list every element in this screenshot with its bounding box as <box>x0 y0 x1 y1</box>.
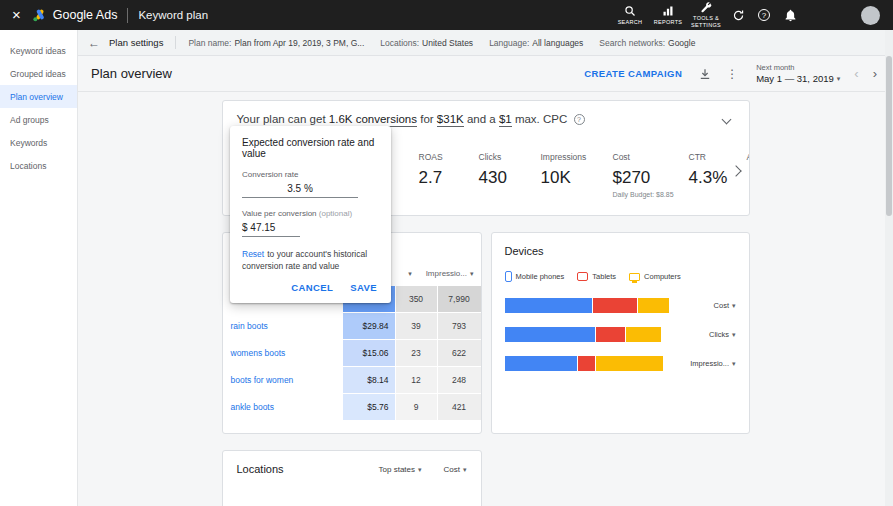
tablet-icon <box>577 272 588 281</box>
sidebar-item-keywords[interactable]: Keywords <box>0 131 77 154</box>
optional-text: (optional) <box>319 209 352 218</box>
bar-segment-tablet <box>593 298 637 313</box>
clicks-cell: 9 <box>396 394 437 420</box>
locations-title: Locations <box>237 463 284 475</box>
bar-metric-label: Cost <box>714 301 729 310</box>
bar-metric-dropdown-impressions[interactable]: Impressio... ▾ <box>690 359 735 368</box>
dialog-title: Expected conversion rate and value <box>242 137 379 159</box>
impressions-cell: 622 <box>438 340 481 366</box>
keyword-link[interactable]: womens boots <box>223 340 342 366</box>
table-row[interactable]: ankle boots $5.76 9 421 <box>223 394 481 420</box>
cost-value[interactable]: $31K <box>437 113 464 127</box>
sort-caret-icon[interactable]: ▾ <box>408 270 412 278</box>
value-per-conversion-input[interactable]: $ 47.15 <box>242 218 300 237</box>
metric-clipped: A <box>747 152 750 168</box>
bar-metric-label: Clicks <box>709 330 729 339</box>
scrollbar-thumb[interactable] <box>886 56 892 216</box>
bar-metric-dropdown-clicks[interactable]: Clicks ▾ <box>709 330 736 339</box>
computer-icon <box>629 273 640 281</box>
bar-segment-mobile <box>505 298 592 313</box>
caret-down-icon: ▾ <box>732 331 736 339</box>
table-row[interactable]: boots for women $8.14 12 248 <box>223 367 481 393</box>
clicks-cell: 39 <box>396 313 437 339</box>
conversion-rate-label: Conversion rate <box>242 170 379 179</box>
dialog-actions: CANCEL SAVE <box>242 282 379 293</box>
tools-settings-button[interactable]: TOOLS & SETTINGS <box>687 1 725 29</box>
notifications-bell-icon[interactable] <box>777 9 803 22</box>
reset-link[interactable]: Reset <box>242 249 264 259</box>
refresh-icon[interactable] <box>725 9 751 22</box>
metric-impressions: Impressions 10K <box>541 152 613 188</box>
more-options-icon[interactable]: ⋮ <box>726 67 738 81</box>
keyword-link[interactable]: boots for women <box>223 367 342 393</box>
keyword-link[interactable]: rain boots <box>223 313 342 339</box>
sentence-text: and a <box>467 113 496 125</box>
search-button[interactable]: SEARCH <box>611 5 649 26</box>
table-row[interactable]: womens boots $15.06 23 622 <box>223 340 481 366</box>
impressions-column-header[interactable]: Impressio... ▾ <box>426 269 474 278</box>
date-range-selector[interactable]: Next month May 1 — 31, 2019 ▾ <box>756 63 840 84</box>
table-row[interactable]: rain boots $29.84 39 793 <box>223 313 481 339</box>
metric-label: Cost <box>613 152 689 162</box>
top-app-bar: × Google Ads Keyword plan SEARCH REPORTS <box>0 0 893 30</box>
stacked-bar-impressions <box>505 356 673 371</box>
sidebar-item-keyword-ideas[interactable]: Keyword ideas <box>0 39 77 62</box>
conversion-rate-input[interactable]: 3.5 % <box>242 179 358 198</box>
save-button[interactable]: SAVE <box>350 282 377 293</box>
cancel-button[interactable]: CANCEL <box>291 282 333 293</box>
conversions-value[interactable]: 1.6K conversions <box>329 113 417 127</box>
bar-segment-mobile <box>505 327 596 342</box>
legend-label: Tablets <box>592 272 616 281</box>
download-icon[interactable] <box>698 67 712 81</box>
sidebar-item-locations[interactable]: Locations <box>0 154 77 177</box>
bar-metric-dropdown-cost[interactable]: Cost ▾ <box>714 301 736 310</box>
device-bar-row: Cost ▾ <box>505 298 736 313</box>
cost-label: Cost <box>444 465 460 474</box>
locations-card: Locations Top states ▾ Cost ▾ <box>222 450 482 506</box>
caret-down-icon: ▾ <box>418 466 422 474</box>
bar-segment-tablet <box>578 356 595 371</box>
page-title: Plan overview <box>91 66 172 81</box>
locations-filters: Top states ▾ Cost ▾ <box>379 463 467 474</box>
sidebar-item-plan-overview[interactable]: Plan overview <box>0 85 77 108</box>
tools-settings-label: TOOLS & SETTINGS <box>689 15 723 29</box>
keyword-link[interactable]: ankle boots <box>223 394 342 420</box>
help-icon[interactable]: ? <box>751 9 777 21</box>
bar-metric-label: Impressio... <box>690 359 729 368</box>
sentence-text: for <box>420 113 433 125</box>
search-networks-label: Search networks: <box>599 38 665 48</box>
close-icon[interactable]: × <box>0 0 32 30</box>
legend-tablets: Tablets <box>577 272 616 281</box>
reports-button[interactable]: REPORTS <box>649 5 687 26</box>
sidebar-item-ad-groups[interactable]: Ad groups <box>0 108 77 131</box>
search-networks-value: Google <box>668 38 695 48</box>
plan-name-value: Plan from Apr 19, 2019, 3 PM, G... <box>234 38 364 48</box>
back-arrow-icon[interactable]: ← <box>78 36 109 50</box>
previous-period-icon[interactable]: ‹ <box>854 67 858 80</box>
metric-clicks: Clicks 430 <box>479 152 541 188</box>
sentence-text: max. CPC <box>515 113 567 125</box>
metric-label: CTR <box>689 152 747 162</box>
search-label: SEARCH <box>618 19 643 26</box>
metric-roas: ROAS 2.7 <box>419 152 479 188</box>
bar-segment-computer <box>626 327 661 342</box>
metric-cost: Cost $270 Daily Budget: $8.85 <box>613 152 689 198</box>
sidebar-item-grouped-ideas[interactable]: Grouped ideas <box>0 62 77 85</box>
max-cpc-value[interactable]: $1 <box>499 113 512 127</box>
help-icon[interactable]: ? <box>574 114 585 125</box>
clicks-cell: 12 <box>396 367 437 393</box>
bar-segment-computer <box>596 356 663 371</box>
metric-value: 2.7 <box>419 168 479 188</box>
locations-card-header: Locations Top states ▾ Cost ▾ <box>237 463 467 475</box>
stacked-bar-clicks <box>505 327 673 342</box>
caret-down-icon: ▾ <box>463 466 467 474</box>
create-campaign-button[interactable]: CREATE CAMPAIGN <box>584 68 682 79</box>
cost-dropdown[interactable]: Cost ▾ <box>444 465 467 474</box>
plan-settings-label[interactable]: Plan settings <box>109 37 163 48</box>
caret-down-icon: ▾ <box>732 360 736 368</box>
next-period-icon[interactable]: › <box>873 67 877 80</box>
avatar[interactable] <box>861 6 880 25</box>
top-states-label: Top states <box>379 465 415 474</box>
top-states-dropdown[interactable]: Top states ▾ <box>379 465 422 474</box>
cost-cell: $5.76 <box>343 394 395 420</box>
